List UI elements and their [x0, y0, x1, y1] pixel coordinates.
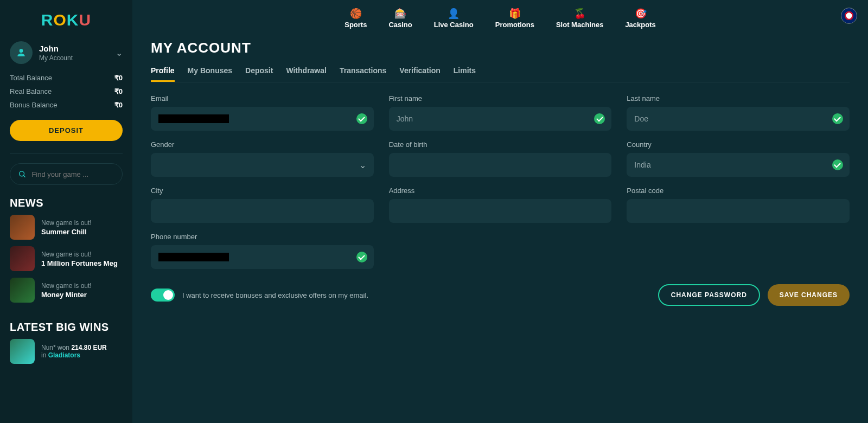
dob-input[interactable] [389, 153, 612, 177]
field-last-name: Last name [627, 94, 850, 131]
svg-line-2 [23, 176, 25, 177]
win-thumb [10, 339, 35, 364]
nav-promotions[interactable]: 🎁Promotions [495, 8, 534, 29]
input-value[interactable] [634, 114, 842, 123]
svg-point-0 [20, 49, 23, 53]
field-address: Address [389, 187, 612, 223]
input-value[interactable] [397, 161, 604, 169]
tab-transactions[interactable]: Transactions [340, 66, 386, 82]
logo-letter: O [53, 11, 66, 29]
tab-profile[interactable]: Profile [151, 66, 175, 82]
field-label: First name [389, 94, 612, 102]
news-item-title: Summer Chill [41, 228, 92, 236]
logo-letter: U [79, 11, 92, 29]
tab-verification[interactable]: Verification [399, 66, 440, 82]
nav-live-casino[interactable]: 👤Live Casino [434, 8, 474, 29]
balance-label: Real Balance [10, 87, 52, 95]
country-input[interactable] [627, 153, 850, 177]
field-label: Address [389, 187, 612, 195]
field-postal: Postal code [627, 187, 850, 223]
gender-select[interactable]: ⌄ [151, 153, 374, 177]
input-value[interactable] [634, 207, 842, 215]
address-input[interactable] [389, 199, 612, 223]
input-value[interactable] [634, 161, 842, 169]
logo[interactable]: ROKU [10, 11, 123, 29]
input-value[interactable] [397, 114, 604, 123]
news-item-title: 1 Million Fortunes Meg [41, 259, 118, 267]
save-changes-button[interactable]: SAVE CHANGES [768, 284, 850, 306]
last-name-input[interactable] [627, 107, 850, 131]
wins-title: LATEST BIG WINS [10, 321, 123, 334]
field-email: Email [151, 94, 374, 131]
win-in: in [41, 351, 46, 359]
tab-my-bonuses[interactable]: My Bonuses [188, 66, 232, 82]
logo-letter: R [41, 11, 54, 29]
user-account-toggle[interactable]: John My Account ⌄ [10, 41, 123, 64]
user-sub: My Account [39, 54, 73, 62]
nav-label: Jackpots [625, 21, 655, 29]
field-label: Date of birth [389, 140, 612, 149]
nav-jackpots[interactable]: 🎯Jackpots [625, 8, 655, 29]
actions-row: I want to receive bonuses and exclusive … [151, 284, 850, 306]
field-label: Gender [151, 140, 374, 149]
profile-form: Email First name Last name [151, 94, 850, 269]
news-item[interactable]: New game is out! 1 Million Fortunes Meg [10, 246, 123, 271]
email-input[interactable] [151, 107, 374, 131]
input-value[interactable] [397, 207, 604, 215]
balances: Total Balance ₹0 Real Balance ₹0 Bonus B… [10, 74, 123, 114]
balance-total: Total Balance ₹0 [10, 74, 123, 82]
field-gender: Gender ⌄ [151, 140, 374, 177]
content: MY ACCOUNT Profile My Bonuses Deposit Wi… [132, 34, 868, 306]
nav-label: Slot Machines [556, 21, 603, 29]
search-input-wrap[interactable] [10, 163, 123, 185]
tab-limits[interactable]: Limits [454, 66, 476, 82]
user-info: John My Account [39, 44, 73, 62]
nav-label: Promotions [495, 21, 534, 29]
postal-input[interactable] [627, 199, 850, 223]
search-input[interactable] [31, 170, 114, 178]
input-value[interactable] [158, 161, 366, 169]
sidebar: ROKU John My Account ⌄ Total Balance ₹0 … [0, 0, 132, 423]
phone-input[interactable] [151, 245, 374, 269]
news-item[interactable]: New game is out! Summer Chill [10, 215, 123, 240]
balance-value: ₹0 [114, 87, 123, 95]
user-icon [16, 47, 27, 58]
field-label: Email [151, 94, 374, 102]
gift-icon: 🎁 [495, 8, 534, 20]
nav-sports[interactable]: 🏀Sports [344, 8, 367, 29]
check-icon [832, 113, 843, 124]
page-title: MY ACCOUNT [151, 40, 850, 56]
check-icon [356, 252, 367, 262]
change-password-button[interactable]: CHANGE PASSWORD [658, 284, 760, 306]
city-input[interactable] [151, 199, 374, 223]
news-title: NEWS [10, 197, 123, 209]
first-name-input[interactable] [389, 107, 612, 131]
language-flag-button[interactable] [841, 8, 857, 24]
field-phone: Phone number [151, 233, 374, 269]
news-text: New game is out! 1 Million Fortunes Meg [41, 251, 118, 267]
field-dob: Date of birth [389, 140, 612, 177]
toggle-label: I want to receive bonuses and exclusive … [182, 291, 368, 299]
nav-slot-machines[interactable]: 🍒Slot Machines [556, 8, 603, 29]
news-tag: New game is out! [41, 251, 118, 258]
field-label: Last name [627, 94, 850, 102]
balance-label: Bonus Balance [10, 101, 57, 109]
win-won: won [58, 344, 69, 351]
input-value[interactable] [158, 207, 366, 215]
balance-value: ₹0 [114, 101, 123, 109]
field-first-name: First name [389, 94, 612, 131]
main: 🏀Sports 🎰Casino 👤Live Casino 🎁Promotions… [132, 0, 868, 423]
news-thumb [10, 215, 35, 240]
nav-casino[interactable]: 🎰Casino [388, 8, 412, 29]
win-item[interactable]: Nun* won 214.80 EUR in Gladiators [10, 339, 123, 364]
tab-deposit[interactable]: Deposit [245, 66, 273, 82]
field-label: City [151, 187, 374, 195]
search-icon [18, 169, 26, 179]
news-item[interactable]: New game is out! Money Minter [10, 278, 123, 303]
deposit-button[interactable]: DEPOSIT [10, 120, 123, 141]
win-text: Nun* won 214.80 EUR in Gladiators [41, 344, 107, 359]
top-nav: 🏀Sports 🎰Casino 👤Live Casino 🎁Promotions… [132, 0, 868, 34]
nav-label: Live Casino [434, 21, 474, 29]
email-offers-toggle[interactable] [151, 289, 175, 302]
tab-withdrawal[interactable]: Withdrawal [286, 66, 327, 82]
